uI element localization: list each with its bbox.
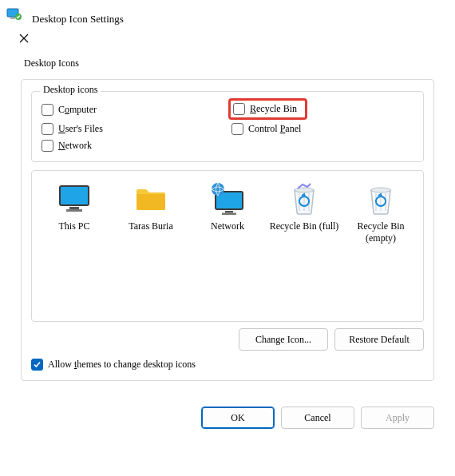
apply-button[interactable]: Apply [361,407,434,429]
cancel-button[interactable]: Cancel [281,407,354,429]
tab-desktop-icons[interactable]: Desktop Icons [21,54,434,79]
window-title: Desktop Icon Settings [32,13,124,25]
checkbox-recycle-bin[interactable]: Recycle Bin [233,103,297,115]
checkbox-label: User's Files [58,123,103,135]
icon-button-row: Change Icon... Restore Default [31,328,424,351]
restore-default-button[interactable]: Restore Default [334,328,424,351]
checkbox-label: Computer [58,104,97,116]
icon-item-recycle-full[interactable]: Recycle Bin (full) [268,179,340,232]
recycle-full-icon [268,179,340,219]
dialog-button-row: OK Cancel Apply [6,399,449,440]
icon-label: Taras Buria [115,220,187,232]
change-icon-button[interactable]: Change Icon... [239,328,328,351]
checkbox-icon [42,123,53,135]
svg-rect-6 [69,207,79,209]
icon-item-recycle-empty[interactable]: Recycle Bin (empty) [345,179,417,244]
network-icon [192,179,263,219]
checkbox-icon [31,359,43,371]
ok-button[interactable]: OK [201,407,275,429]
svg-rect-11 [222,213,236,216]
svg-point-12 [212,183,224,196]
recycle-empty-icon [345,179,417,219]
svg-point-14 [371,188,390,192]
titlebar: Desktop Icon Settings [6,6,449,51]
icon-label: Recycle Bin (full) [268,220,340,232]
checkbox-label: Network [58,140,92,152]
icon-item-network[interactable]: Network [192,179,263,232]
checkbox-control-panel[interactable]: Control Panel [231,123,413,135]
svg-rect-2 [10,18,15,19]
icon-item-user-folder[interactable]: Taras Buria [115,179,187,232]
checkbox-users-files[interactable]: User's Files [42,123,224,135]
icon-label: Recycle Bin (empty) [345,220,417,244]
checkbox-icon [42,140,53,152]
dialog-window: Desktop Icon Settings Desktop Icons Desk… [6,6,449,440]
checkbox-label: Allow themes to change desktop icons [48,359,196,371]
desktop-icons-group: Desktop icons Computer Recycle Bin [31,91,424,162]
checkbox-label: Control Panel [248,123,301,135]
checkbox-icon [233,103,245,115]
main-panel: Desktop icons Computer Recycle Bin [21,79,434,381]
svg-point-13 [295,188,314,192]
close-icon [19,34,29,43]
content-area: Desktop Icons Desktop icons Computer [6,51,449,399]
checkbox-network[interactable]: Network [42,140,224,152]
checkbox-icon [42,104,53,116]
icon-preview-list[interactable]: This PC Taras Buria [31,170,424,322]
checkbox-icon [231,123,243,135]
group-title: Desktop icons [40,84,101,96]
svg-rect-4 [60,186,89,205]
icon-label: Network [192,220,263,232]
icon-label: This PC [38,220,110,232]
allow-themes-checkbox[interactable]: Allow themes to change desktop icons [31,359,424,371]
svg-rect-10 [225,211,233,213]
checkbox-recycle-bin-highlight: Recycle Bin [231,101,413,118]
icon-item-this-pc[interactable]: This PC [38,179,110,232]
svg-rect-7 [66,209,82,212]
this-pc-icon [38,179,110,219]
folder-icon [115,179,187,219]
checkbox-computer[interactable]: Computer [42,101,224,118]
checkbox-label: Recycle Bin [250,103,297,115]
close-button[interactable] [6,26,42,51]
app-icon [6,11,26,25]
